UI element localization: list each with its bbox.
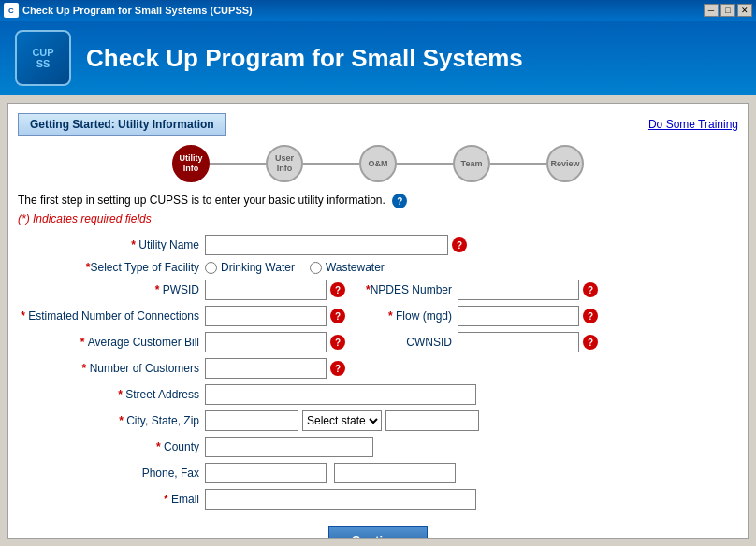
flow-label: * Flow (mgd) [364,309,458,323]
maximize-button[interactable]: □ [720,4,735,17]
fax-input[interactable] [334,463,456,483]
cwnsid-label: CWNSID [364,336,458,349]
continue-row: Continue [18,517,738,539]
step-review[interactable]: Review [546,145,584,182]
facility-type-label: *Select Type of Facility [18,261,205,274]
num-customers-input[interactable] [205,358,327,379]
county-label: * County [18,440,205,453]
steps-progress: Utility Info User Info O&M Team Review [18,145,738,182]
avg-bill-input[interactable] [205,332,327,352]
cwnsid-input[interactable] [458,332,579,352]
drinking-water-option[interactable]: Drinking Water [205,261,295,274]
state-select[interactable]: Select state AL AK AZ CA CO FL GA NY TX [302,410,382,431]
step-user-info[interactable]: User Info [266,145,303,182]
utility-name-row: * Utility Name ? [18,235,738,255]
window-title: Check Up Program for Small Systems (CUPS… [22,5,253,16]
city-input[interactable] [205,410,298,431]
title-bar-left: C Check Up Program for Small Systems (CU… [4,3,253,18]
city-state-zip-row: * City, State, Zip Select state AL AK AZ… [18,410,738,431]
phone-input[interactable] [205,463,327,483]
avg-bill-label: * Average Customer Bill [18,336,205,349]
street-address-input[interactable] [205,384,476,405]
connections-help-icon[interactable]: ? [330,309,345,323]
num-customers-label: * Number of Customers [18,362,205,375]
minimize-button[interactable]: ─ [704,4,719,17]
npdes-help-icon[interactable]: ? [583,282,598,297]
required-note: (*) Indicates required fields [18,212,738,225]
flow-input[interactable] [458,306,579,326]
utility-name-help-icon[interactable]: ? [452,237,467,252]
step-om[interactable]: O&M [359,145,397,182]
close-button[interactable]: ✕ [737,4,752,17]
continue-button[interactable]: Continue [328,526,428,539]
app-title: Check Up Program for Small Systems [86,44,523,73]
window-controls: ─ □ ✕ [704,4,752,17]
app-header: CUP SS Check Up Program for Small System… [0,21,756,95]
intro-text-row: The first step in setting up CUPSS is to… [18,194,738,208]
county-input[interactable] [205,437,373,457]
step-team[interactable]: Team [453,145,490,182]
drinking-water-radio[interactable] [205,262,217,274]
phone-fax-label: Phone, Fax [18,467,205,480]
street-address-label: * Street Address [18,388,205,401]
step-line-1 [210,163,266,165]
utility-name-label: * Utility Name [18,238,205,251]
section-header: Getting Started: Utility Information Do … [18,113,738,136]
county-row: * County [18,437,738,457]
section-title: Getting Started: Utility Information [18,113,226,136]
facility-type-options: Drinking Water Wastewater [205,261,385,274]
facility-type-row: *Select Type of Facility Drinking Water … [18,261,738,274]
npdes-input[interactable] [458,280,579,300]
num-customers-row: * Number of Customers ? [18,358,738,379]
email-label: * Email [18,493,205,506]
wastewater-option[interactable]: Wastewater [310,261,385,274]
intro-text: The first step in setting up CUPSS is to… [18,194,385,207]
connections-flow-row: * Estimated Number of Connections ? * Fl… [18,306,738,326]
email-row: * Email [18,489,738,510]
pwsid-input[interactable] [205,280,327,300]
zip-input[interactable] [385,410,479,431]
step-line-3 [397,163,453,165]
avg-bill-help-icon[interactable]: ? [330,335,345,350]
city-state-zip-label: * City, State, Zip [18,414,205,427]
street-address-row: * Street Address [18,384,738,405]
wastewater-radio[interactable] [310,262,322,274]
phone-fax-row: Phone, Fax [18,463,738,483]
step-line-4 [490,163,546,165]
cwnsid-help-icon[interactable]: ? [583,335,598,350]
utility-name-input[interactable] [205,235,448,255]
pwsid-help-icon[interactable]: ? [330,282,345,297]
pwsid-label: * PWSID [18,283,205,296]
connections-input[interactable] [205,306,327,326]
avgbill-cwnsid-row: * Average Customer Bill ? CWNSID ? [18,332,738,352]
main-content: Getting Started: Utility Information Do … [7,103,749,539]
step-line-2 [303,163,359,165]
flow-help-icon[interactable]: ? [583,309,598,323]
app-logo: CUP SS [15,30,71,86]
app-icon: C [4,3,19,18]
step-utility-info[interactable]: Utility Info [172,145,210,182]
pwsid-npdes-row: * PWSID ? *NPDES Number ? [18,280,738,300]
email-input[interactable] [205,489,476,510]
connections-label: * Estimated Number of Connections [18,309,205,323]
num-customers-help-icon[interactable]: ? [330,361,345,376]
intro-help-icon[interactable]: ? [392,194,407,208]
npdes-label: *NPDES Number [364,283,458,296]
title-bar: C Check Up Program for Small Systems (CU… [0,0,756,21]
training-link[interactable]: Do Some Training [648,118,738,131]
